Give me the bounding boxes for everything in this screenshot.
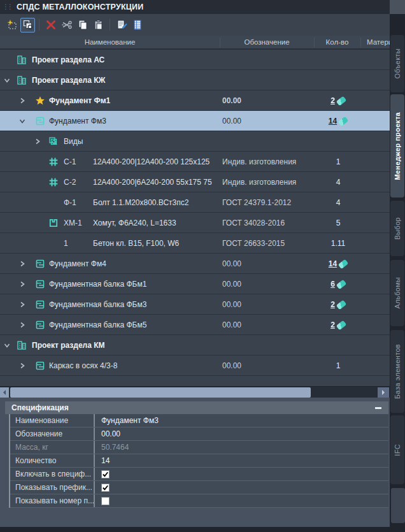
create-object-button[interactable] xyxy=(4,18,19,32)
chevron-right-icon[interactable] xyxy=(19,90,27,111)
column-quantity[interactable]: Кол-во xyxy=(314,36,360,48)
edit-specification-button[interactable] xyxy=(114,18,129,32)
side-tab-label: База элементов xyxy=(394,344,401,399)
specification-panel: Спецификация НаименованиеФундамент Фм3Об… xyxy=(0,398,390,527)
chevron-right-icon[interactable] xyxy=(19,254,27,274)
scroll-left-button[interactable] xyxy=(0,387,9,398)
row-name: Виды xyxy=(64,131,83,152)
tree-row[interactable]: Фундамент Фм300.0014 xyxy=(0,111,390,131)
checkbox-checked[interactable] xyxy=(101,484,110,492)
tree-row[interactable]: Фундаментная балка ФБм100.006 xyxy=(0,274,390,294)
chevron-down-icon[interactable] xyxy=(4,335,11,356)
eraser-icon[interactable] xyxy=(338,116,349,126)
side-tab-1[interactable]: Объекты xyxy=(390,35,404,92)
tree-row[interactable]: Проект раздела КМ xyxy=(0,335,390,356)
count-value[interactable]: 2 xyxy=(330,300,335,309)
chevron-right-icon[interactable] xyxy=(19,274,27,294)
eraser-icon[interactable] xyxy=(336,96,347,106)
row-designation: 00.00 xyxy=(222,294,313,315)
tree-row[interactable]: Фундамент Фм100.002 xyxy=(0,90,390,111)
column-name[interactable]: Наименование xyxy=(0,36,220,48)
column-divider xyxy=(220,38,220,47)
row-count-cell: 14 xyxy=(314,254,362,274)
side-tab-5[interactable]: База элементов xyxy=(390,330,404,413)
row-name: Хомут, Ф6А240, L=1633 xyxy=(93,213,176,233)
row-designation: 00.00 xyxy=(222,315,313,335)
count-value[interactable]: 6 xyxy=(330,280,335,289)
property-value xyxy=(95,468,388,480)
panel-titlebar[interactable]: ⋮⋮ СПДС МЕТАЛЛОКОНСТРУКЦИИ xyxy=(0,0,390,14)
column-designation[interactable]: Обозначение xyxy=(220,36,314,48)
new-object-icon xyxy=(6,19,18,31)
chevron-down-icon[interactable] xyxy=(4,70,11,90)
count-value[interactable]: 2 xyxy=(330,320,335,329)
side-tab-4[interactable]: Альбомы xyxy=(390,260,404,326)
horizontal-scrollbar[interactable] xyxy=(0,386,390,398)
side-tab-3[interactable]: Выбор xyxy=(390,201,404,256)
row-name: Бетон кл. В15, F100, W6 xyxy=(93,233,179,254)
tree-row[interactable]: Проект раздела АС xyxy=(0,50,390,70)
chevron-right-icon[interactable] xyxy=(19,356,27,376)
tree-row[interactable]: Фундаментная балка ФБм300.002 xyxy=(0,294,390,315)
building-icon xyxy=(17,50,27,70)
tree-row[interactable]: 1Бетон кл. В15, F100, W6ГОСТ 26633-20151… xyxy=(0,233,390,254)
side-tab-label: Альбомы xyxy=(394,277,401,308)
tree-row[interactable]: Виды xyxy=(0,131,390,152)
tree-row[interactable]: Каркас в осях 4/3-800.001 xyxy=(0,356,390,376)
checkbox-checked[interactable] xyxy=(101,470,110,478)
position-mark: ХМ-1 xyxy=(64,213,82,233)
chevron-right-icon[interactable] xyxy=(19,315,27,335)
column-material[interactable]: Матери xyxy=(360,36,390,48)
chevron-down-icon[interactable] xyxy=(19,111,27,131)
count-value[interactable]: 14 xyxy=(329,117,337,126)
mesh-icon xyxy=(48,152,59,172)
insert-object-button[interactable] xyxy=(20,18,35,32)
count-value: 1 xyxy=(336,361,341,370)
chevron-right-icon[interactable] xyxy=(34,131,42,152)
cut-button[interactable] xyxy=(59,18,74,32)
paste-icon xyxy=(93,19,104,31)
checkbox-unchecked[interactable] xyxy=(101,497,110,505)
block-icon xyxy=(35,315,46,335)
side-tab-2[interactable]: Менеджер проекта xyxy=(390,94,404,198)
property-label: Показывать номер п... xyxy=(10,494,95,507)
row-count-cell: 2 xyxy=(314,315,362,335)
copy-button[interactable] xyxy=(75,18,90,32)
tree-row[interactable]: ХМ-1Хомут, Ф6А240, L=1633ГОСТ 34028-2016… xyxy=(0,213,390,233)
tree-row[interactable]: С-212А400-200|6А240-200 55х175 75Индив. … xyxy=(0,172,390,192)
row-designation: 00.00 xyxy=(222,274,313,294)
tree-column-header[interactable]: Наименование Обозначение Кол-во Матери xyxy=(0,36,390,50)
eraser-icon[interactable] xyxy=(336,299,347,310)
scroll-right-button[interactable] xyxy=(378,387,389,398)
chevron-right-icon[interactable] xyxy=(19,294,27,315)
tree-row[interactable]: Фундаментная балка ФБм500.002 xyxy=(0,315,390,335)
scrollbar-thumb[interactable] xyxy=(10,387,311,398)
drag-handle-icon[interactable]: ⋮⋮ xyxy=(3,4,11,10)
block-icon xyxy=(35,111,46,131)
count-value[interactable]: 2 xyxy=(330,96,335,105)
property-value[interactable]: 00.00 xyxy=(95,428,388,440)
tabstrip-corner xyxy=(390,0,405,14)
specification-table-button[interactable] xyxy=(130,18,145,32)
row-name: Фундамент Фм1 xyxy=(49,90,110,111)
tree-row[interactable]: С-112А400-200|12А400-200 125х125Индив. и… xyxy=(0,152,390,172)
count-value[interactable]: 14 xyxy=(329,259,337,268)
tree-row[interactable]: Проект раздела КЖ xyxy=(0,70,390,90)
eraser-icon[interactable] xyxy=(336,320,347,330)
row-count-cell: 4 xyxy=(314,192,362,213)
paste-button[interactable] xyxy=(91,18,106,32)
tree-row[interactable]: Фундамент Фм400.0014 xyxy=(0,254,390,274)
side-tab-6[interactable]: IFC xyxy=(390,415,404,484)
clamp-icon xyxy=(48,213,59,233)
property-value[interactable]: 14 xyxy=(95,454,388,467)
eraser-icon[interactable] xyxy=(336,279,347,289)
row-name: Фундамент Фм3 xyxy=(49,111,106,131)
tree-row[interactable]: Ф-1Болт 1.1.М20х800.ВСт3пс2ГОСТ 24379.1-… xyxy=(0,192,390,213)
delete-button[interactable] xyxy=(43,18,58,32)
row-name: Проект раздела КЖ xyxy=(32,70,105,90)
property-value[interactable]: Фундамент Фм3 xyxy=(95,414,388,427)
specification-title: Спецификация xyxy=(11,403,69,412)
collapse-panel-button[interactable] xyxy=(374,404,382,412)
specification-panel-header[interactable]: Спецификация xyxy=(5,401,388,414)
eraser-icon[interactable] xyxy=(338,259,349,269)
